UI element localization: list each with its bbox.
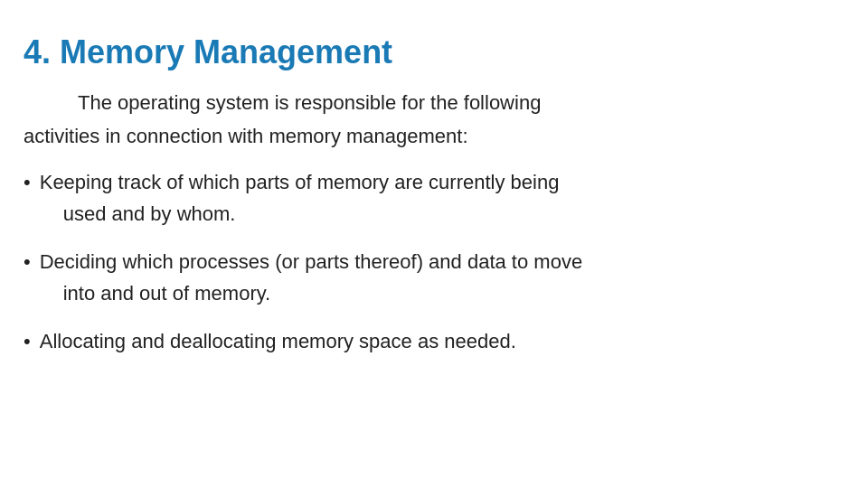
bullet-item-3: • Allocating and deallocating memory spa…	[24, 326, 832, 356]
slide-title: 4. Memory Management	[24, 33, 832, 71]
bullet-sub-1: used and by whom.	[63, 199, 560, 229]
bullet-dot-1: •	[24, 167, 31, 197]
intro-line-1: The operating system is responsible for …	[78, 89, 832, 117]
bullet-item-1: • Keeping track of which parts of memory…	[24, 167, 832, 238]
bullet-dot-2: •	[24, 247, 31, 277]
intro-line-2: activities in connection with memory man…	[24, 123, 832, 151]
slide-container: 4. Memory Management The operating syste…	[0, 0, 868, 488]
bullet-main-2: Deciding which processes (or parts there…	[40, 247, 582, 277]
bullet-dot-3: •	[24, 326, 31, 356]
bullet-main-1: Keeping track of which parts of memory a…	[40, 167, 560, 197]
bullet-item-2: • Deciding which processes (or parts the…	[24, 247, 832, 317]
bullet-sub-2: into and out of memory.	[63, 278, 582, 308]
bullet-main-3: Allocating and deallocating memory space…	[40, 326, 516, 356]
